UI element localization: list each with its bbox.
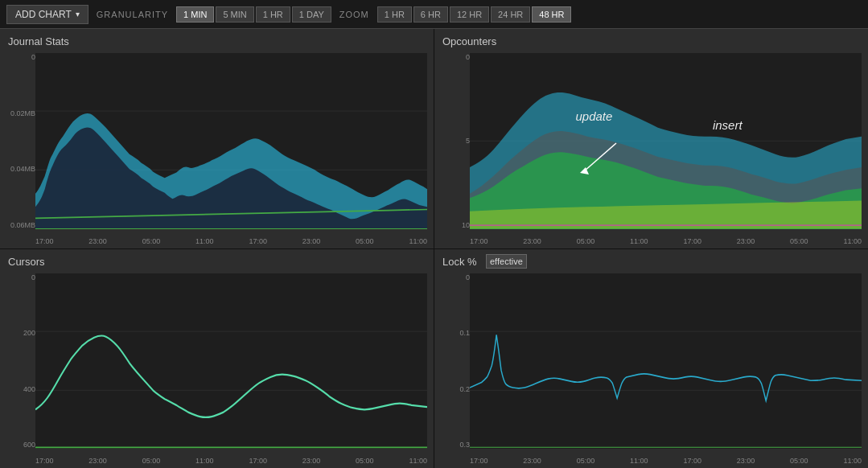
granularity-buttons: 1 MIN 5 MIN 1 HR 1 DAY: [176, 6, 331, 23]
opcounters-chart-area: update insert: [470, 53, 862, 229]
x-label: 05:00: [142, 457, 161, 465]
x-label: 11:00: [409, 457, 427, 465]
zoom-buttons: 1 HR 6 HR 12 HR 24 HR 48 HR: [377, 6, 572, 23]
x-label: 17:00: [683, 237, 701, 245]
x-label: 23:00: [88, 457, 107, 465]
y-label: 600: [3, 441, 35, 449]
x-label: 05:00: [142, 237, 161, 245]
x-label: 05:00: [790, 237, 808, 245]
zoom-label: ZOOM: [339, 10, 369, 19]
x-label: 11:00: [843, 457, 862, 465]
x-label: 17:00: [249, 457, 267, 465]
granularity-label: GRANULARITY: [97, 10, 168, 19]
x-label: 11:00: [843, 237, 862, 245]
y-label: 5: [438, 137, 470, 145]
y-label: 0.1: [438, 329, 470, 337]
x-label: 11:00: [630, 457, 648, 465]
dropdown-arrow-icon: ▾: [76, 10, 80, 18]
lock-percent-panel: Lock % effective global local 0.3 0.2 0.…: [434, 249, 868, 469]
x-label: 23:00: [523, 457, 541, 465]
y-label: 0.04MB: [3, 165, 35, 173]
x-label: 17:00: [35, 457, 54, 465]
x-label: 23:00: [302, 457, 321, 465]
granularity-1min[interactable]: 1 MIN: [176, 6, 214, 23]
y-label: 10: [438, 221, 470, 229]
x-label: 05:00: [577, 237, 595, 245]
opcounters-panel: Opcounters 10 5 0: [434, 29, 868, 248]
x-label: 05:00: [356, 237, 374, 245]
cursors-title: Cursors: [8, 256, 45, 268]
y-label: 0.06MB: [3, 221, 35, 229]
cursors-x-axis: 17:00 23:00 05:00 11:00 17:00 23:00 05:0…: [35, 457, 427, 465]
zoom-1hr[interactable]: 1 HR: [377, 6, 412, 23]
y-label: 0.2: [438, 385, 470, 393]
y-label: 400: [3, 385, 35, 393]
zoom-48hr[interactable]: 48 HR: [532, 6, 571, 23]
journal-stats-chart-area: [35, 53, 427, 229]
opcounters-x-axis: 17:00 23:00 05:00 11:00 17:00 23:00 05:0…: [470, 237, 862, 245]
add-chart-button[interactable]: ADD CHART ▾: [6, 5, 88, 24]
x-label: 23:00: [88, 237, 107, 245]
journal-stats-y-axis: 0.06MB 0.04MB 0.02MB 0: [3, 53, 35, 229]
y-label: 0: [438, 53, 470, 61]
lock-percent-x-axis: 17:00 23:00 05:00 11:00 17:00 23:00 05:0…: [470, 457, 862, 465]
lock-percent-title: Lock %: [442, 256, 477, 268]
update-annotation: update: [575, 109, 612, 123]
cursors-y-axis: 600 400 200 0: [3, 273, 35, 450]
svg-line-8: [584, 143, 616, 171]
lock-percent-y-axis: 0.3 0.2 0.1 0: [438, 273, 470, 450]
insert-annotation: insert: [713, 118, 743, 132]
zoom-12hr[interactable]: 12 HR: [450, 6, 489, 23]
lock-percent-dropdown[interactable]: effective global local: [486, 254, 527, 269]
journal-stats-title: Journal Stats: [8, 35, 69, 47]
x-label: 17:00: [35, 237, 54, 245]
y-label: 0: [438, 273, 470, 281]
journal-stats-panel: Journal Stats 0.06MB 0.04MB 0.02MB 0: [0, 29, 434, 248]
y-label: 0: [3, 273, 35, 281]
x-label: 05:00: [790, 457, 808, 465]
x-label: 23:00: [302, 237, 321, 245]
update-arrow-icon: [568, 139, 632, 179]
x-label: 23:00: [523, 237, 541, 245]
x-label: 17:00: [683, 457, 701, 465]
y-label: 0: [3, 53, 35, 61]
x-label: 11:00: [409, 237, 427, 245]
add-chart-label: ADD CHART: [15, 9, 72, 20]
y-label: 200: [3, 329, 35, 337]
zoom-6hr[interactable]: 6 HR: [413, 6, 448, 23]
opcounters-y-axis: 10 5 0: [438, 53, 470, 229]
granularity-5min[interactable]: 5 MIN: [216, 6, 253, 23]
granularity-1day[interactable]: 1 DAY: [292, 6, 331, 23]
y-label: 0.3: [438, 441, 470, 449]
toolbar: ADD CHART ▾ GRANULARITY 1 MIN 5 MIN 1 HR…: [0, 0, 868, 29]
opcounters-title: Opcounters: [442, 35, 496, 47]
x-label: 17:00: [470, 237, 488, 245]
x-label: 17:00: [249, 237, 267, 245]
svg-rect-14: [470, 273, 862, 450]
granularity-1hr[interactable]: 1 HR: [256, 6, 290, 23]
journal-stats-x-axis: 17:00 23:00 05:00 11:00 17:00 23:00 05:0…: [35, 237, 427, 245]
x-label: 11:00: [630, 237, 648, 245]
x-label: 11:00: [195, 457, 214, 465]
svg-rect-10: [35, 273, 427, 450]
y-label: 0.02MB: [3, 109, 35, 117]
lock-percent-chart-area: [470, 273, 862, 450]
x-label: 11:00: [195, 237, 214, 245]
x-label: 05:00: [577, 457, 595, 465]
x-label: 23:00: [737, 237, 755, 245]
cursors-panel: Cursors 600 400 200 0 17:00 23:00 05:00 …: [0, 249, 434, 469]
cursors-chart-area: [35, 273, 427, 450]
x-label: 05:00: [356, 457, 374, 465]
x-label: 23:00: [737, 457, 755, 465]
zoom-24hr[interactable]: 24 HR: [491, 6, 530, 23]
chart-grid: Journal Stats 0.06MB 0.04MB 0.02MB 0: [0, 29, 868, 468]
x-label: 17:00: [470, 457, 488, 465]
